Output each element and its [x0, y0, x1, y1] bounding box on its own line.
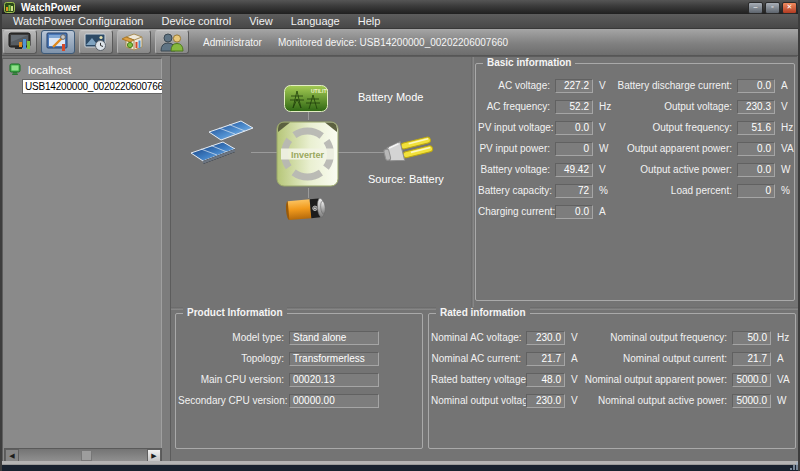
value-box[interactable]: 230.0	[526, 394, 565, 408]
value-box[interactable]: 230.3	[737, 100, 775, 114]
value-box[interactable]: 21.7	[526, 352, 565, 366]
monitored-device-label: Monitored device: USB14200000_0020220600…	[278, 37, 508, 48]
utility-icon: UTILITY	[284, 85, 328, 112]
value-box[interactable]: 50.0	[732, 331, 771, 345]
value-box[interactable]: Transformerless	[289, 352, 379, 366]
maximize-button[interactable]: ▫	[765, 2, 780, 14]
field-nominal-ac-voltage: Nominal AC voltage:230.0V	[431, 327, 578, 348]
value-box[interactable]: 0.0	[737, 79, 775, 93]
value-box[interactable]: 227.2	[555, 79, 593, 93]
inverter-icon: Inverter	[276, 119, 339, 189]
field-model-type: Model type:Stand alone	[178, 327, 379, 348]
device-tree-panel: localhost USB14200000_00202206007660 ◀ ▶	[2, 58, 162, 465]
menu-language[interactable]: Language	[282, 15, 349, 27]
field-ac-frequency: AC frequency:52.2Hz	[478, 96, 611, 117]
tree-item-device[interactable]: USB14200000_00202206007660	[19, 79, 161, 94]
field-pv-input-power: PV input power:0W	[478, 138, 611, 159]
svg-text:Inverter: Inverter	[291, 150, 325, 160]
value-box[interactable]: 5000.0	[732, 394, 771, 408]
minimize-button[interactable]: –	[748, 2, 763, 14]
menu-help[interactable]: Help	[349, 15, 390, 27]
box-chart-icon	[121, 32, 147, 52]
users-icon	[159, 32, 185, 52]
load-bulb-icon	[382, 131, 435, 167]
scroll-thumb[interactable]	[81, 450, 92, 461]
field-nominal-output-voltage: Nominal output voltage:230.0V	[431, 390, 578, 411]
resize-grip-icon[interactable]	[788, 462, 798, 470]
device-data-button[interactable]	[117, 30, 151, 54]
solar-panel-icon	[189, 119, 255, 169]
user-management-button[interactable]	[155, 30, 189, 54]
field-output-voltage: Output voltage:230.3V	[602, 96, 794, 117]
value-box[interactable]: Stand alone	[289, 331, 379, 345]
menu-view[interactable]: View	[240, 15, 282, 27]
screenshot-button[interactable]	[79, 30, 113, 54]
computer-icon	[9, 63, 22, 76]
value-box[interactable]: 51.6	[737, 121, 775, 135]
value-box[interactable]: 0.0	[737, 142, 775, 156]
value-box[interactable]: 00020.13	[289, 373, 379, 387]
tree-main-splitter[interactable]	[162, 56, 170, 461]
field-secondary-cpu-version: Secondary CPU version:00000.00	[178, 390, 379, 411]
value-box[interactable]: 0.0	[555, 205, 593, 219]
main-panel: UTILITY Battery Mode	[170, 56, 797, 461]
app-icon	[4, 2, 15, 13]
value-box[interactable]: 0.0	[737, 163, 775, 177]
value-box[interactable]: 0	[737, 184, 775, 198]
field-charging-current: Charging current:0.0A	[478, 201, 611, 222]
field-nominal-output-frequency: Nominal output frequency:50.0Hz	[575, 327, 790, 348]
window-title: WatchPower	[21, 2, 81, 13]
value-box[interactable]: 52.2	[555, 100, 593, 114]
user-role-label: Administrator	[203, 37, 262, 48]
tree-item-label: localhost	[28, 64, 71, 76]
field-nominal-output-current: Nominal output current:21.7A	[575, 348, 790, 369]
value-box[interactable]: 5000.0	[732, 373, 771, 387]
menu-bar: WatchPower Configuration Device control …	[0, 14, 800, 29]
value-box[interactable]: 230.0	[526, 331, 565, 345]
menu-watchpower-configuration[interactable]: WatchPower Configuration	[4, 15, 152, 27]
tree-item-localhost[interactable]: localhost	[9, 63, 161, 76]
monitor-tools-icon	[45, 32, 71, 52]
value-box[interactable]: 0.0	[555, 121, 593, 135]
field-load-percent: Load percent:0%	[602, 180, 794, 201]
inverter-load-line	[337, 152, 385, 153]
field-nominal-output-active-power: Nominal output active power:5000.0W	[575, 390, 790, 411]
field-battery-capacity: Battery capacity:72%	[478, 180, 611, 201]
mode-label: Battery Mode	[358, 91, 423, 103]
image-clock-icon	[83, 32, 109, 52]
value-box[interactable]: 72	[555, 184, 593, 198]
value-box[interactable]: 49.42	[555, 163, 593, 177]
value-box[interactable]: 0	[555, 142, 593, 156]
monitoring-button[interactable]	[3, 30, 37, 54]
diagram-info-splitter[interactable]	[471, 57, 474, 307]
field-output-active-power: Output active power:0.0W	[602, 159, 794, 180]
field-nominal-output-apparent-power: Nominal output apparent power:5000.0VA	[575, 369, 790, 390]
rated-information-panel: Rated information Nominal AC voltage:230…	[428, 313, 796, 449]
toolbar: Administrator Monitored device: USB14200…	[0, 29, 800, 56]
field-battery-voltage: Battery voltage:49.42V	[478, 159, 611, 180]
device-configuration-button[interactable]	[41, 30, 75, 54]
svg-text:UTILITY: UTILITY	[311, 88, 328, 94]
product-information-title: Product Information	[183, 307, 287, 318]
product-information-panel: Product Information Model type:Stand alo…	[175, 313, 423, 449]
value-box[interactable]: 48.0	[526, 373, 565, 387]
source-label: Source: Battery	[368, 173, 444, 185]
field-output-apparent-power: Output apparent power:0.0VA	[602, 138, 794, 159]
field-nominal-ac-current: Nominal AC current:21.7A	[431, 348, 578, 369]
close-button[interactable]: ✕	[782, 2, 797, 14]
monitor-chart-icon	[7, 32, 33, 52]
menu-device-control[interactable]: Device control	[152, 15, 240, 27]
selected-device-label: USB14200000_00202206007660	[22, 79, 171, 94]
field-pv-input-voltage: PV input voltage:0.0V	[478, 117, 611, 138]
value-box[interactable]: 00000.00	[289, 394, 379, 408]
rated-information-title: Rated information	[436, 307, 530, 318]
field-ac-voltage: AC voltage:227.2V	[478, 75, 611, 96]
field-rated-battery-voltage: Rated battery voltage:48.0V	[431, 369, 578, 390]
field-output-frequency: Output frequency:51.6Hz	[602, 117, 794, 138]
solar-inverter-line	[251, 152, 278, 153]
window-left-border	[0, 0, 2, 471]
title-bar: WatchPower – ▫ ✕	[0, 0, 800, 15]
battery-icon	[285, 195, 329, 223]
value-box[interactable]: 21.7	[732, 352, 771, 366]
window-bottom-border	[0, 461, 800, 471]
